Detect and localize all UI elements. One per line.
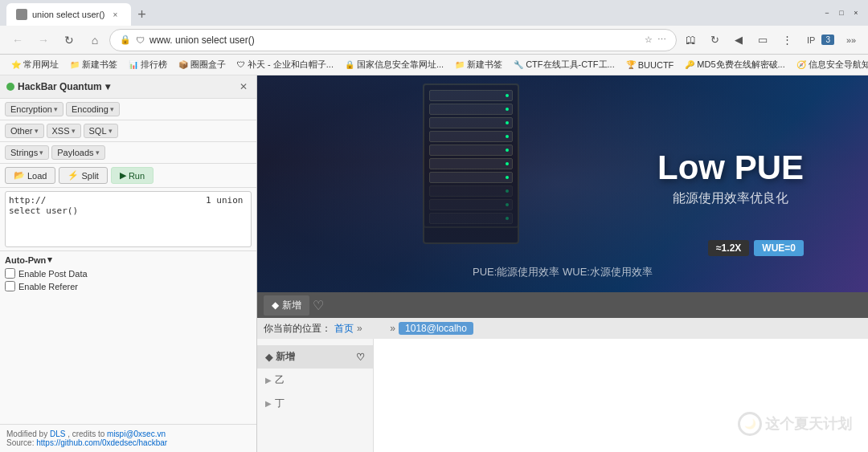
referer-label: Enable Referer — [18, 282, 78, 291]
other-button[interactable]: Other ▾ — [5, 124, 44, 138]
other-dropdown-icon: ▾ — [35, 127, 39, 135]
menu-icon[interactable]: ⋮ — [776, 30, 797, 51]
bookmark-guide[interactable]: 🧭 信息安全导航知识站 — [792, 57, 868, 72]
auto-pwn-section: Auto-Pwn ▾ Enable Post Data Enable Refer… — [0, 250, 256, 297]
xss-label: XSS — [52, 126, 70, 136]
back-button[interactable]: ← — [6, 29, 29, 51]
payloads-dropdown-icon: ▾ — [96, 149, 100, 157]
referer-checkbox[interactable] — [5, 281, 15, 291]
bookmarks-icon[interactable]: 🕮 — [680, 30, 701, 51]
toolbar-right: 🕮 ↻ ◀ ▭ ⋮ IP 3 »» — [680, 30, 862, 51]
wue-badges: ≈1.2X WUE=0 — [708, 240, 804, 256]
bookmark-new2[interactable]: 📁 新建书签 — [450, 57, 507, 72]
extensions-icon[interactable]: ▭ — [752, 30, 773, 51]
breadcrumb-sep1: » — [357, 323, 362, 334]
payloads-label: Payloads — [57, 148, 93, 157]
profile-badge[interactable]: 3 — [821, 35, 834, 45]
sql-label: SQL — [89, 126, 107, 136]
bookmark-md5[interactable]: 🔑 MD5免费在线解密破... — [680, 57, 789, 72]
load-button[interactable]: 📂 Load — [5, 167, 55, 184]
split-button[interactable]: ⚡ Split — [59, 167, 107, 184]
footer-text2: , credits to — [68, 430, 107, 438]
heart-icon[interactable]: ♡ — [313, 298, 324, 313]
bookmark-ctf[interactable]: 🔧 CTF在线工具-CTF工... — [509, 57, 620, 72]
extensions-more[interactable]: »» — [841, 30, 862, 51]
hero-banner: Low PUE 能源使用效率优良化 ≈1.2X WUE=0 PUE:能源使用效率… — [257, 75, 868, 292]
bookmark-butian[interactable]: 🛡 补天 - 企业和白帽子... — [232, 57, 338, 72]
breadcrumb-home[interactable]: 首页 — [334, 322, 354, 336]
payloads-button[interactable]: Payloads ▾ — [51, 145, 104, 160]
encoding-button[interactable]: Encoding ▾ — [66, 102, 120, 116]
hero-subtitle: 能源使用效率优良化 — [657, 190, 804, 207]
footer-link-github[interactable]: https://github.com/0xdedsec/hackbar — [36, 438, 167, 447]
bookmark-icon-8: 🏆 — [626, 60, 636, 69]
run-label: Run — [129, 171, 145, 181]
ws-item-ding[interactable]: ▶ 丁 — [257, 392, 373, 415]
encryption-dropdown-icon: ▾ — [54, 105, 58, 113]
new-tab-button[interactable]: + — [131, 3, 154, 26]
sql-button[interactable]: SQL ▾ — [84, 124, 118, 138]
bookmark-label-5: 国家信息安全靠网址... — [357, 59, 444, 71]
auto-pwn-dropdown[interactable]: ▾ — [47, 255, 52, 265]
bookmark-icon-1: 📁 — [70, 60, 80, 69]
browser-toolbar: ← → ↻ ⌂ 🔒 🛡 www. union select user() ☆ ⋯… — [0, 26, 868, 55]
close-button[interactable]: × — [850, 7, 862, 18]
bookmark-quanquan[interactable]: 📦 圈圈盒子 — [174, 57, 231, 72]
bookmark-label-9: MD5免费在线解密破... — [697, 59, 784, 71]
footer-link-dls[interactable]: DLS — [50, 430, 65, 438]
wue-badge: WUE=0 — [754, 240, 804, 256]
forward-button[interactable]: → — [32, 29, 55, 51]
post-data-checkbox[interactable] — [5, 268, 15, 279]
bookmark-icon-9: 🔑 — [685, 60, 694, 69]
page-nav: ◆ 新增 ♡ — [257, 292, 868, 318]
star-icon[interactable]: ☆ — [645, 35, 653, 45]
web-main-content: 🌙 这个夏天计划 — [374, 339, 868, 452]
run-button[interactable]: ▶ Run — [111, 167, 154, 184]
hackbar-toolbar-row2: Other ▾ XSS ▾ SQL ▾ — [0, 120, 256, 142]
hackbar-toolbar-row1: Encryption ▾ Encoding ▾ — [0, 99, 256, 120]
xss-dropdown-icon: ▾ — [72, 127, 76, 135]
sync-icon[interactable]: ↻ — [704, 30, 725, 51]
bookmark-label-7: CTF在线工具-CTF工... — [526, 59, 615, 71]
maximize-button[interactable]: □ — [836, 7, 847, 18]
bookmark-icon-5: 🔒 — [345, 60, 354, 69]
more-icon[interactable]: ⋯ — [657, 35, 666, 45]
ws-label-2: 丁 — [275, 397, 285, 410]
bookmark-buuctf[interactable]: 🏆 BUUCTF — [621, 59, 679, 71]
bookmark-ranking[interactable]: 📊 排行榜 — [124, 57, 172, 72]
bookmark-security[interactable]: 🔒 国家信息安全靠网址... — [340, 57, 448, 72]
tab-close-button[interactable]: × — [110, 9, 121, 20]
watermark: 🌙 这个夏天计划 — [738, 412, 852, 436]
sql-dropdown-icon: ▾ — [108, 127, 113, 135]
ws-item-new[interactable]: ◆ 新增 ♡ — [257, 345, 373, 369]
hackbar-title-row: HackBar Quantum ▾ — [6, 81, 110, 92]
hackbar-actions: 📂 Load ⚡ Split ▶ Run — [0, 164, 256, 188]
web-content: Low PUE 能源使用效率优良化 ≈1.2X WUE=0 PUE:能源使用效率… — [257, 75, 868, 452]
bookmark-new1[interactable]: 📁 新建书签 — [65, 57, 122, 72]
post-data-row: Enable Post Data — [5, 268, 252, 279]
web-sidebar: ◆ 新增 ♡ ▶ 乙 ▶ 丁 — [257, 339, 374, 452]
bookmark-label-8: BUUCTF — [638, 60, 674, 70]
footer-link-mispi[interactable]: mispi@0xsec.vn — [107, 430, 166, 438]
hackbar-close-button[interactable]: ✕ — [237, 80, 250, 93]
active-tab[interactable]: union select user() × — [6, 3, 131, 26]
hackbar-title-arrow[interactable]: ▾ — [105, 81, 110, 92]
referer-row: Enable Referer — [5, 281, 252, 291]
history-icon[interactable]: ◀ — [728, 30, 749, 51]
xss-button[interactable]: XSS ▾ — [47, 124, 81, 138]
new-add-icon: ◆ — [272, 299, 279, 311]
url-textarea[interactable] — [5, 191, 252, 247]
ip-info: IP 3 »» — [807, 30, 862, 51]
bookmark-changyon[interactable]: ⭐ 常用网址 — [6, 57, 63, 72]
reload-button[interactable]: ↻ — [58, 29, 80, 51]
split-icon: ⚡ — [68, 170, 79, 181]
new-add-button[interactable]: ◆ 新增 — [264, 295, 309, 316]
ws-item-yi[interactable]: ▶ 乙 — [257, 369, 373, 392]
watermark-icon: 🌙 — [738, 412, 762, 436]
strings-button[interactable]: Strings ▾ — [5, 145, 49, 160]
home-button[interactable]: ⌂ — [84, 29, 106, 51]
address-bar[interactable]: 🔒 🛡 www. union select user() ☆ ⋯ — [109, 29, 677, 51]
run-icon: ▶ — [120, 170, 126, 181]
minimize-button[interactable]: − — [821, 7, 833, 18]
encryption-button[interactable]: Encryption ▾ — [5, 102, 63, 116]
